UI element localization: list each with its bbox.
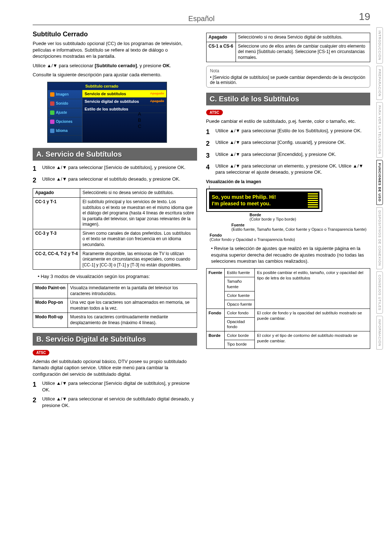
tv-menu-title: Subtítulo cerrado	[82, 82, 166, 90]
h2-subtitulo-cerrado: Subtítulo Cerrado	[33, 31, 197, 38]
atsc-badge-c: ATSC	[206, 110, 223, 115]
page-header: Español	[33, 15, 370, 25]
section-c-heading: C. Estilo de los Subtítulos	[206, 93, 371, 105]
intro-p3: Consulte la siguiente descripción para a…	[33, 72, 197, 78]
tab-informacion[interactable]: INFORMACIÓN	[376, 316, 383, 350]
tv-side-ajuste: Ajuste	[48, 108, 82, 117]
abc-callouts: A B C	[138, 111, 141, 129]
section-b-heading: B. Servicio Digital de Subtítulos	[33, 333, 197, 346]
tv-side-imagen: Imagen	[48, 90, 82, 99]
tab-preparacion[interactable]: PREPARACIÓN	[376, 66, 383, 100]
p-section-c: Puede cambiar el estilo de subtitulado, …	[206, 118, 371, 125]
tv-row-b: Servicio digital de subtítulosApagado	[82, 98, 166, 105]
tab-introduccion[interactable]: INTRODUCCIÓN	[376, 27, 383, 64]
intro-p1: Puede ver los subtitulado opcional (CC) …	[33, 40, 197, 60]
bullet-modes: Hay 3 modos de visualización según los p…	[38, 273, 197, 280]
tab-consejos[interactable]: CONSEJOS ÚTILES	[376, 271, 383, 314]
tab-funciones[interactable]: FUNCIONES DE USO	[376, 160, 383, 205]
steps-b: 1Utilice ▲/▼ para seleccionar [Servicio …	[33, 380, 197, 408]
tv-row-c: Estilo de los subtítulos	[82, 105, 166, 113]
bullet-c: Revise la selección de ajustes que reali…	[211, 245, 371, 265]
steps-a: 1Utilice ▲/▼ para seleccionar [Servicio …	[33, 164, 197, 185]
header-language: Español	[188, 15, 215, 23]
intro-p2: Utilice ▲/▼ para seleccionar [Subtítulo …	[33, 63, 197, 69]
tv-side-idioma: Idioma	[48, 126, 82, 136]
table-display-modes: Modo Paint-onVisualiza inmediatamente en…	[33, 283, 197, 328]
tv-side-sonido: Sonido	[48, 99, 82, 108]
left-column: Subtítulo Cerrado Puede ver los subtitul…	[33, 31, 197, 412]
tv-row-a: Servicio de subtítulosApagado	[82, 90, 166, 98]
side-tabs: INTRODUCCIÓN PREPARACIÓN PARA VER LA TEL…	[376, 27, 383, 350]
atsc-badge-b: ATSC	[33, 350, 49, 355]
note-title: Nota	[210, 68, 367, 73]
p-section-b: Además del subtitulado opcional básico, …	[33, 358, 197, 378]
tv-menu-screenshot: Subtítulo cerrado Imagen Sonido Ajuste O…	[47, 82, 167, 143]
table-cc-services: ApagadoSelecciónelo si no desea servicio…	[33, 188, 197, 270]
tv-side-opciones: Opciones	[48, 117, 82, 126]
diagram-title: Visualización de la imagen	[206, 179, 371, 184]
table-digital-cc: ApagadoSelecciónelo si no desea Servicio…	[206, 33, 371, 62]
table-style-settings: Fuente Estilo fuente Es posible cambiar …	[206, 268, 371, 349]
right-column: ApagadoSelecciónelo si no desea Servicio…	[206, 31, 371, 412]
steps-c: 1Utilice ▲/▼ para seleccionar [Estilo de…	[206, 128, 371, 176]
tab-para-ver[interactable]: PARA VER LA TELEVISIÓN	[376, 102, 383, 158]
section-a-heading: A. Servicio de Subtítulos	[33, 148, 197, 161]
note-box: Nota • Apagado[Servicio digital de subtí…	[206, 66, 371, 88]
caption-diagram: Visualización de la imagen So, you must …	[206, 179, 371, 242]
tab-dispositivos[interactable]: DISPOSITIVOS DE CONEXIÓN	[376, 207, 383, 269]
